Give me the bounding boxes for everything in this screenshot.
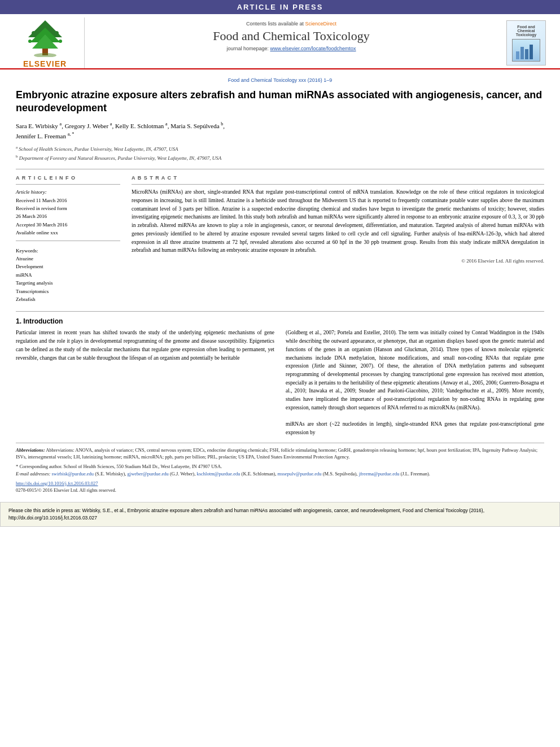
elsevier-label: ELSEVIER bbox=[23, 59, 67, 68]
journal-title: Food and Chemical Toxicology bbox=[90, 29, 492, 43]
intro-left-text: Particular interest in recent years has … bbox=[16, 329, 274, 436]
received-date: Received 11 March 2016 bbox=[16, 196, 120, 204]
main-content: Food and Chemical Toxicology xxx (2016) … bbox=[0, 69, 560, 494]
intro-body: Particular interest in recent years has … bbox=[16, 329, 544, 436]
issn-note: 0278-6915/© 2016 Elsevier Ltd. All right… bbox=[16, 487, 544, 494]
svg-point-1 bbox=[34, 53, 56, 57]
article-title: Embryonic atrazine exposure alters zebra… bbox=[16, 89, 544, 115]
svg-point-6 bbox=[54, 31, 59, 36]
article-info-column: A R T I C L E I N F O Article history: R… bbox=[16, 175, 120, 303]
affiliations: a School of Health Sciences, Purdue Univ… bbox=[16, 145, 544, 162]
journal-header: ELSEVIER Contents lists available at Sci… bbox=[0, 14, 560, 69]
accepted-date: Accepted 30 March 2016 bbox=[16, 221, 120, 229]
keyword-atrazine: Atrazine bbox=[16, 255, 120, 263]
keyword-zebrafish: Zebrafish bbox=[16, 295, 120, 303]
keyword-transcriptomics: Transcriptomics bbox=[16, 287, 120, 295]
keyword-mirna: miRNA bbox=[16, 271, 120, 279]
abstract-text: MicroRNAs (miRNAs) are short, single-str… bbox=[132, 188, 544, 255]
copyright-line: © 2016 Elsevier Ltd. All rights reserved… bbox=[132, 258, 544, 264]
journal-center: Contents lists available at ScienceDirec… bbox=[85, 18, 498, 68]
sciencedirect-link[interactable]: ScienceDirect bbox=[305, 21, 337, 27]
article-in-press-banner: ARTICLE IN PRESS bbox=[0, 0, 560, 14]
history-label: Article history: bbox=[16, 188, 120, 196]
keyword-targeting: Targeting analysis bbox=[16, 279, 120, 287]
svg-rect-11 bbox=[525, 49, 528, 59]
intro-title: 1. Introduction bbox=[16, 317, 544, 325]
keyword-development: Development bbox=[16, 263, 120, 270]
keywords-section: Keywords: Atrazine Development miRNA Tar… bbox=[16, 247, 120, 304]
intro-right-text: (Goldberg et al., 2007; Portela and Este… bbox=[286, 329, 544, 436]
introduction-section: 1. Introduction Particular interest in r… bbox=[16, 311, 544, 436]
article-citation: Food and Chemical Toxicology xxx (2016) … bbox=[16, 77, 544, 83]
article-info-abstract-section: A R T I C L E I N F O Article history: R… bbox=[16, 169, 544, 303]
keywords-label: Keywords: bbox=[16, 247, 120, 255]
svg-point-7 bbox=[28, 40, 32, 43]
abstract-column: A B S T R A C T MicroRNAs (miRNAs) are s… bbox=[132, 175, 544, 303]
elsevier-tree-icon bbox=[20, 18, 71, 57]
svg-point-8 bbox=[59, 40, 62, 43]
available-online: Available online xxx bbox=[16, 229, 120, 237]
article-info-heading: A R T I C L E I N F O bbox=[16, 175, 120, 181]
doi-note: http://dx.doi.org/10.1016/j.fct.2016.03.… bbox=[16, 480, 544, 487]
article-history: Article history: Received 11 March 2016 … bbox=[16, 188, 120, 237]
elsevier-logo-area: ELSEVIER bbox=[11, 18, 85, 68]
revised-label: Received in revised form bbox=[16, 204, 120, 212]
doi-link[interactable]: http://dx.doi.org/10.1016/j.fct.2016.03.… bbox=[16, 480, 98, 486]
authors-line: Sara E. Wirbisky a, Gregory J. Weber a, … bbox=[16, 121, 544, 142]
footnotes-area: Abbreviations: Abbreviations: ANOVA, ana… bbox=[16, 443, 544, 495]
journal-homepage-link[interactable]: www.elsevier.com/locate/foodchemtox bbox=[270, 46, 356, 51]
svg-rect-10 bbox=[520, 47, 524, 59]
revised-date: 26 March 2016 bbox=[16, 212, 120, 220]
journal-logo-right: Food and Chemical Toxicology bbox=[498, 18, 549, 68]
svg-point-5 bbox=[32, 31, 36, 36]
abbreviations-note: Abbreviations: Abbreviations: ANOVA, ana… bbox=[16, 447, 544, 461]
journal-thumbnail: Food and Chemical Toxicology bbox=[506, 20, 546, 65]
email-note: E-mail addresses: swirbisk@purdue.edu (S… bbox=[16, 470, 544, 478]
sciencedirect-line: Contents lists available at ScienceDirec… bbox=[90, 21, 492, 27]
svg-rect-12 bbox=[530, 45, 533, 59]
svg-rect-9 bbox=[516, 51, 519, 59]
corresponding-note: * Corresponding author. School of Health… bbox=[16, 463, 544, 470]
journal-homepage: journal homepage: www.elsevier.com/locat… bbox=[90, 46, 492, 51]
abstract-heading: A B S T R A C T bbox=[132, 175, 544, 181]
bottom-citation-bar: Please cite this article in press as: Wi… bbox=[0, 502, 560, 527]
